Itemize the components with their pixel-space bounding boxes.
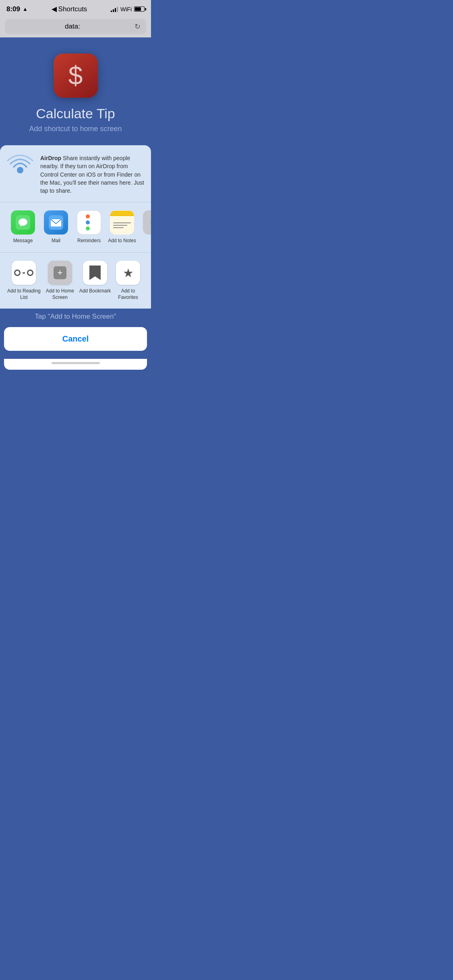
- cancel-section: Cancel: [4, 327, 147, 351]
- reading-list-icon: [12, 261, 36, 285]
- share-item-reminders[interactable]: Reminders: [72, 210, 105, 244]
- app-icon: $: [54, 54, 98, 98]
- action-item-bookmark[interactable]: Add Bookmark: [79, 261, 112, 294]
- signal-bar-3: [115, 8, 116, 12]
- back-navigation[interactable]: ◀ Shortcuts: [52, 5, 87, 13]
- bottom-peek: Tap "Add to Home Screen": [0, 309, 151, 323]
- reminders-label: Reminders: [77, 238, 101, 244]
- share-item-more[interactable]: •••: [139, 210, 151, 235]
- reading-list-label: Add to Reading List: [6, 288, 41, 301]
- favorites-icon: ★: [116, 261, 140, 285]
- message-label: Message: [13, 238, 33, 244]
- location-icon: ▲: [23, 6, 28, 12]
- airdrop-title: AirDrop: [40, 155, 61, 161]
- signal-bars: [111, 6, 118, 12]
- app-title: Calculate Tip: [36, 106, 115, 121]
- share-item-notes[interactable]: Add to Notes: [105, 210, 139, 244]
- notes-label: Add to Notes: [108, 238, 136, 244]
- share-items-row: Message Mail: [0, 202, 151, 253]
- back-arrow-icon: ◀: [52, 5, 57, 13]
- battery-icon: [134, 6, 145, 12]
- url-bar-wrapper: data: ↻: [0, 16, 151, 37]
- share-sheet: AirDrop Share instantly with people near…: [0, 145, 151, 309]
- share-item-message[interactable]: Message: [6, 210, 39, 244]
- share-item-mail[interactable]: Mail: [39, 210, 72, 244]
- action-item-reading-list[interactable]: Add to Reading List: [6, 261, 41, 301]
- bookmark-icon: [83, 261, 107, 285]
- status-time: 8:09: [6, 5, 20, 13]
- bottom-peek-text: Tap "Add to Home Screen": [35, 313, 116, 320]
- reload-icon[interactable]: ↻: [134, 22, 141, 31]
- signal-bar-1: [111, 10, 112, 12]
- airdrop-section[interactable]: AirDrop Share instantly with people near…: [0, 145, 151, 202]
- battery-fill: [135, 7, 141, 11]
- signal-bar-4: [117, 7, 118, 12]
- airdrop-description: AirDrop Share instantly with people near…: [40, 152, 145, 195]
- action-item-favorites[interactable]: ★ Add to Favorites: [112, 261, 145, 301]
- dollar-sign-icon: $: [68, 61, 83, 91]
- star-icon: ★: [123, 266, 134, 280]
- url-bar[interactable]: data: ↻: [5, 19, 146, 34]
- app-subtitle: Add shortcut to home screen: [29, 125, 122, 133]
- svg-point-2: [19, 218, 27, 226]
- svg-point-0: [17, 167, 23, 173]
- url-text: data:: [10, 23, 134, 31]
- reminders-icon: [77, 210, 101, 235]
- status-bar: 8:09 ▲ ◀ Shortcuts WiFi: [0, 0, 151, 16]
- airdrop-icon: [6, 152, 34, 180]
- more-icon: •••: [143, 210, 151, 235]
- notes-icon: [110, 210, 134, 235]
- wifi-icon: WiFi: [120, 6, 132, 12]
- add-home-label: Add to Home Screen: [41, 288, 79, 301]
- home-indicator-wrapper: [4, 359, 147, 370]
- message-icon: [11, 210, 35, 235]
- status-left: 8:09 ▲: [6, 5, 28, 13]
- cancel-button[interactable]: Cancel: [4, 327, 147, 351]
- bookmark-label: Add Bookmark: [79, 288, 111, 294]
- main-content: $ Calculate Tip Add shortcut to home scr…: [0, 37, 151, 145]
- action-items-row: Add to Reading List Add to Home Screen A…: [0, 253, 151, 309]
- favorites-label: Add to Favorites: [112, 288, 145, 301]
- add-home-icon: [48, 261, 72, 285]
- status-right: WiFi: [111, 6, 145, 12]
- mail-label: Mail: [52, 238, 60, 244]
- action-item-home-screen[interactable]: Add to Home Screen: [41, 261, 79, 301]
- mail-icon: [44, 210, 68, 235]
- back-label: Shortcuts: [58, 5, 87, 13]
- signal-bar-2: [113, 9, 114, 12]
- home-indicator-bar: [52, 362, 100, 364]
